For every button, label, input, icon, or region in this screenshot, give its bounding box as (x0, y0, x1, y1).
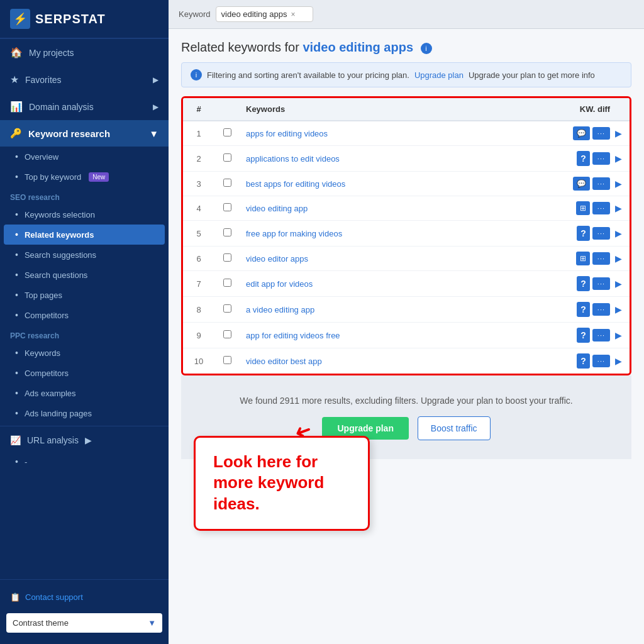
expand-btn[interactable]: ▶ (613, 227, 625, 240)
contrast-theme-select[interactable]: Contrast theme ▼ (6, 613, 162, 633)
keyword-link[interactable]: apps for editing videos (246, 129, 328, 138)
question-icon-btn[interactable]: ? (577, 226, 590, 241)
more-options-btn[interactable]: ··· (592, 202, 610, 214)
sidebar-item-my-projects[interactable]: 🏠 My projects (0, 39, 169, 66)
star-icon: ★ (10, 74, 19, 86)
keyword-link[interactable]: applications to edit videos (246, 154, 340, 164)
sidebar-sub-ads-landing[interactable]: Ads landing pages (0, 403, 169, 423)
favorites-label: Favorites (25, 75, 62, 85)
row-checkbox[interactable] (223, 153, 231, 162)
keyword-link[interactable]: video editor best app (246, 357, 322, 366)
sidebar-sub-overview[interactable]: Overview (0, 147, 169, 167)
upgrade-plan-link[interactable]: Upgrade plan (414, 70, 464, 80)
sidebar-sub-search-questions[interactable]: Search questions (0, 265, 169, 285)
row-checkbox-cell[interactable] (214, 228, 240, 238)
title-info-icon[interactable]: i (421, 43, 432, 54)
more-options-btn[interactable]: ··· (592, 355, 610, 367)
row-checkbox[interactable] (223, 203, 231, 211)
top-by-keyword-label: Top by keyword (25, 172, 81, 182)
keyword-link[interactable]: video editing app (246, 204, 308, 213)
more-options-btn[interactable]: ··· (592, 252, 610, 265)
expand-btn[interactable]: ▶ (613, 303, 625, 316)
row-checkbox-cell[interactable] (214, 153, 240, 164)
more-options-btn[interactable]: ··· (592, 177, 610, 190)
sidebar-sub-search-suggestions[interactable]: Search suggestions (0, 245, 169, 265)
expand-btn[interactable]: ▶ (613, 152, 625, 165)
sidebar-sub-keywords-selection[interactable]: Keywords selection (0, 204, 169, 225)
contact-support-btn[interactable]: 📋 Contact support (0, 586, 169, 608)
competitors-label: Competitors (25, 311, 69, 320)
keyword-link[interactable]: free app for making videos (246, 229, 342, 238)
keyword-link[interactable]: a video editing app (246, 305, 314, 314)
sidebar-sub-top-pages[interactable]: Top pages (0, 285, 169, 305)
keyword-link[interactable]: video editor apps (246, 254, 308, 264)
row-checkbox-cell[interactable] (214, 356, 240, 366)
table-row: 7 edit app for videos ? ··· ▶ (183, 271, 630, 297)
expand-btn[interactable]: ▶ (613, 329, 625, 341)
more-options-btn[interactable]: ··· (592, 227, 610, 240)
more-options-btn[interactable]: ··· (592, 303, 610, 316)
chat-icon-btn[interactable]: 💬 (573, 126, 590, 140)
expand-btn[interactable]: ▶ (613, 252, 625, 265)
expand-btn[interactable]: ▶ (613, 177, 625, 190)
question-icon-btn[interactable]: ? (577, 276, 590, 291)
sidebar-item-url-analysis[interactable]: 📈 URL analysis ▶ (0, 429, 169, 452)
sidebar-sub-competitors[interactable]: Competitors (0, 305, 169, 325)
row-num: 9 (183, 331, 214, 340)
row-checkbox[interactable] (223, 253, 231, 262)
question-icon-btn[interactable]: ? (577, 353, 590, 369)
overview-label: Overview (25, 152, 58, 162)
more-options-btn[interactable]: ··· (592, 152, 610, 165)
row-checkbox-cell[interactable] (214, 179, 240, 189)
sidebar-sub-top-by-keyword[interactable]: Top by keyword New (0, 167, 169, 187)
sidebar-sub-ppc-competitors[interactable]: Competitors (0, 363, 169, 383)
row-checkbox[interactable] (223, 228, 231, 236)
domain-chevron: ▶ (153, 103, 158, 111)
logo-text: SERPSTAT (35, 12, 106, 26)
more-results-text: We found 2911 more results, excluding fi… (194, 394, 619, 408)
expand-btn[interactable]: ▶ (613, 202, 625, 214)
row-checkbox[interactable] (223, 179, 231, 187)
top-bar: Keyword video editing apps × (169, 0, 644, 29)
keyword-link[interactable]: edit app for videos (246, 279, 313, 289)
grid-icon-btn[interactable]: ⊞ (576, 201, 590, 215)
grid-icon-btn[interactable]: ⊞ (576, 252, 590, 265)
sidebar-item-favorites[interactable]: ★ Favorites ▶ (0, 66, 169, 93)
keyword-link[interactable]: best apps for editing videos (246, 179, 345, 189)
expand-btn[interactable]: ▶ (613, 127, 625, 140)
question-icon-btn[interactable]: ? (577, 302, 590, 317)
row-checkbox-cell[interactable] (214, 304, 240, 314)
boost-traffic-button[interactable]: Boost traffic (418, 416, 491, 440)
question-icon-btn[interactable]: ? (577, 151, 590, 166)
row-checkbox[interactable] (223, 356, 231, 364)
sidebar-item-domain-analysis[interactable]: 📊 Domain analysis ▶ (0, 93, 169, 120)
domain-analysis-label: Domain analysis (29, 102, 94, 112)
more-options-btn[interactable]: ··· (592, 329, 610, 341)
sidebar-item-keyword-research[interactable]: 🔑 Keyword research ▼ (0, 120, 169, 147)
more-options-btn[interactable]: ··· (592, 127, 610, 140)
row-checkbox[interactable] (223, 330, 231, 338)
sidebar-sub-ppc-keywords[interactable]: Keywords (0, 343, 169, 363)
row-checkbox[interactable] (223, 304, 231, 313)
row-checkbox-cell[interactable] (214, 253, 240, 264)
question-icon-btn[interactable]: ? (577, 328, 590, 343)
row-checkbox-cell[interactable] (214, 203, 240, 213)
expand-btn[interactable]: ▶ (613, 355, 625, 367)
sidebar-sub-ads-examples[interactable]: Ads examples (0, 383, 169, 403)
row-checkbox[interactable] (223, 279, 231, 287)
sidebar-sub-related-keywords[interactable]: Related keywords (4, 225, 165, 245)
topbar-keyword-input[interactable]: video editing apps × (216, 6, 314, 22)
sidebar-sub-dash: - (0, 452, 169, 472)
table-row: 4 video editing app ⊞ ··· ▶ (183, 196, 630, 221)
row-checkbox[interactable] (223, 128, 231, 136)
row-checkbox-cell[interactable] (214, 128, 240, 138)
more-options-btn[interactable]: ··· (592, 277, 610, 290)
row-num: 4 (183, 204, 214, 213)
row-checkbox-cell[interactable] (214, 330, 240, 340)
chat-icon-btn[interactable]: 💬 (573, 177, 590, 191)
table-row: 6 video editor apps ⊞ ··· ▶ (183, 247, 630, 271)
topbar-clear-btn[interactable]: × (291, 10, 295, 19)
expand-btn[interactable]: ▶ (613, 277, 625, 290)
row-checkbox-cell[interactable] (214, 279, 240, 289)
keyword-link[interactable]: app for editing videos free (246, 331, 340, 340)
